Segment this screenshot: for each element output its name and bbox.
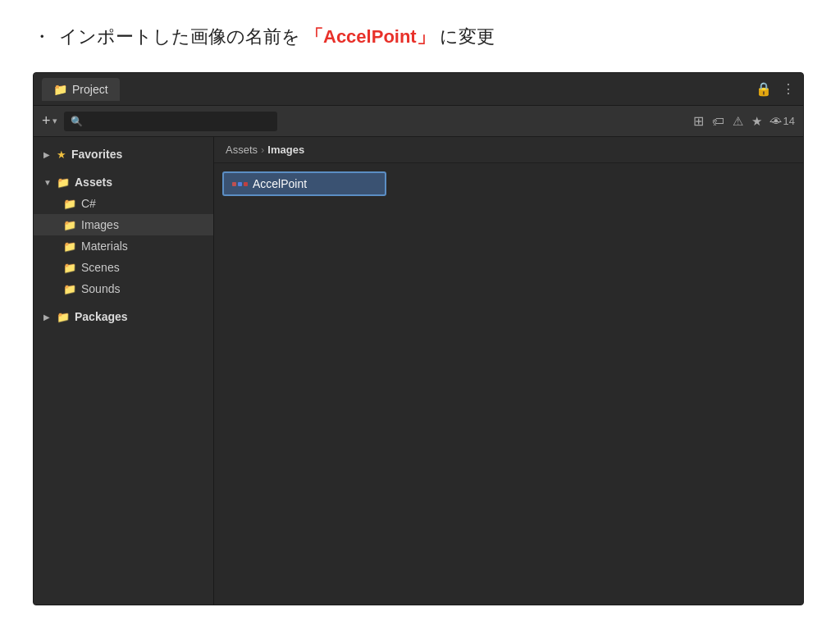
instruction-after: に変更 bbox=[440, 25, 495, 49]
folder-tab-icon: 📁 bbox=[53, 83, 67, 96]
warning-icon[interactable]: ⚠ bbox=[733, 114, 743, 129]
sidebar-item-favorites[interactable]: ▶ ★ Favorites bbox=[34, 144, 213, 165]
search-bar[interactable]: 🔍 bbox=[64, 112, 277, 131]
materials-label: Materials bbox=[81, 240, 128, 253]
add-arrow: ▾ bbox=[52, 116, 57, 126]
search-icon: 🔍 bbox=[71, 116, 83, 127]
left-panel: ▶ ★ Favorites ▼ 📁 Assets 📁 C# bbox=[34, 137, 214, 605]
eye-badge[interactable]: 👁 14 bbox=[770, 115, 795, 128]
lock-icon[interactable]: 🔒 bbox=[756, 81, 772, 97]
sprite-dot-3 bbox=[244, 182, 248, 186]
sounds-label: Sounds bbox=[81, 282, 120, 295]
eye-count: 14 bbox=[783, 115, 795, 127]
asset-item-accelpoint[interactable] bbox=[222, 171, 386, 196]
right-panel: Assets › Images bbox=[214, 137, 803, 605]
materials-folder-icon: 📁 bbox=[63, 240, 76, 253]
toolbar: + ▾ 🔍 ⊞ 🏷 ⚠ ★ 👁 14 bbox=[34, 106, 803, 137]
breadcrumb-assets: Assets bbox=[226, 144, 258, 156]
scenes-folder-icon: 📁 bbox=[63, 262, 76, 274]
assets-folder-icon: 📁 bbox=[57, 176, 70, 189]
unity-project-window: 📁 Project 🔒 ⋮ + ▾ 🔍 ⊞ 🏷 ⚠ ★ bbox=[33, 72, 804, 605]
sprite-dot-1 bbox=[232, 182, 236, 186]
sprite-dot-2 bbox=[238, 182, 242, 186]
instruction-accent: 「AccelPoint」 bbox=[305, 25, 435, 49]
rename-input[interactable] bbox=[253, 177, 368, 190]
tag-icon[interactable]: 🏷 bbox=[712, 114, 724, 128]
star-icon: ★ bbox=[57, 148, 66, 161]
bullet: ・ bbox=[33, 25, 51, 49]
page-container: ・ インポートした画像の名前を 「AccelPoint」 に変更 📁 Proje… bbox=[0, 0, 840, 630]
packages-folder-icon: 📁 bbox=[57, 311, 70, 323]
star-filter-icon[interactable]: ★ bbox=[751, 114, 762, 129]
assets-grid bbox=[214, 163, 803, 204]
instruction-before: インポートした画像の名前を bbox=[59, 25, 300, 49]
title-bar-icons: 🔒 ⋮ bbox=[756, 81, 795, 97]
breadcrumb: Assets › Images bbox=[214, 137, 803, 163]
packages-label: Packages bbox=[75, 310, 128, 323]
breadcrumb-separator: › bbox=[261, 144, 264, 156]
assets-arrow: ▼ bbox=[43, 178, 52, 187]
breadcrumb-images: Images bbox=[267, 144, 304, 156]
sidebar-item-scenes[interactable]: 📁 Scenes bbox=[34, 257, 213, 278]
sidebar-item-materials[interactable]: 📁 Materials bbox=[34, 235, 213, 257]
main-content: ▶ ★ Favorites ▼ 📁 Assets 📁 C# bbox=[34, 137, 803, 605]
sounds-folder-icon: 📁 bbox=[63, 283, 76, 295]
scenes-label: Scenes bbox=[81, 261, 120, 274]
add-button[interactable]: + ▾ bbox=[42, 112, 57, 130]
favorites-arrow: ▶ bbox=[43, 150, 52, 159]
sidebar-item-sounds[interactable]: 📁 Sounds bbox=[34, 278, 213, 299]
csharp-label: C# bbox=[81, 197, 96, 210]
more-icon[interactable]: ⋮ bbox=[782, 81, 795, 97]
project-tab[interactable]: 📁 Project bbox=[42, 78, 120, 101]
add-plus: + bbox=[42, 112, 51, 130]
assets-label: Assets bbox=[75, 176, 112, 189]
instruction-text: ・ インポートした画像の名前を 「AccelPoint」 に変更 bbox=[33, 25, 807, 49]
sidebar-item-images[interactable]: 📁 Images bbox=[34, 214, 213, 235]
sidebar-item-csharp[interactable]: 📁 C# bbox=[34, 193, 213, 214]
project-tab-label: Project bbox=[72, 83, 108, 96]
images-label: Images bbox=[81, 218, 119, 231]
eye-icon: 👁 bbox=[770, 115, 782, 128]
packages-arrow: ▶ bbox=[43, 313, 52, 322]
favorites-label: Favorites bbox=[71, 148, 122, 161]
sprite-icon bbox=[232, 182, 248, 186]
search-input[interactable] bbox=[86, 116, 271, 127]
title-bar: 📁 Project 🔒 ⋮ bbox=[34, 73, 803, 106]
multi-select-icon[interactable]: ⊞ bbox=[693, 113, 704, 129]
sidebar-item-assets[interactable]: ▼ 📁 Assets bbox=[34, 171, 213, 193]
csharp-folder-icon: 📁 bbox=[63, 198, 76, 210]
images-folder-icon: 📁 bbox=[63, 219, 76, 231]
sidebar-item-packages[interactable]: ▶ 📁 Packages bbox=[34, 306, 213, 327]
toolbar-icons: ⊞ 🏷 ⚠ ★ 👁 14 bbox=[693, 113, 795, 129]
